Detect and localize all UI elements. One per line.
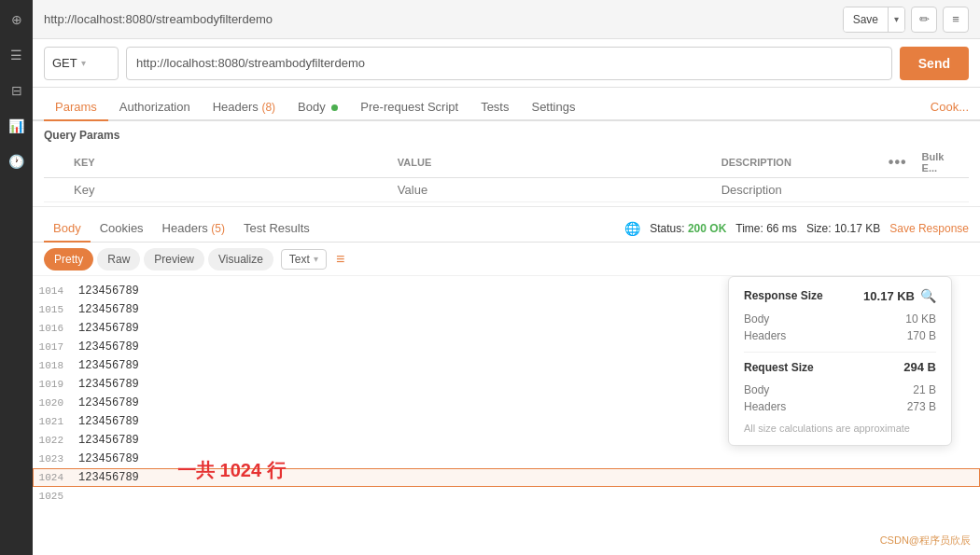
view-visualize-button[interactable]: Visualize [208, 248, 273, 271]
time-value: 66 ms [766, 222, 797, 235]
th-key: KEY [66, 147, 390, 178]
popup-req-body-value: 21 B [913, 383, 936, 396]
response-tab-cookies[interactable]: Cookies [91, 215, 153, 243]
line-number: 1024 [33, 472, 75, 483]
popup-req-body-label: Body [744, 383, 769, 396]
line-content: 123456789 [75, 284, 139, 298]
topbar-actions: Save ▾ ✏ ≡ [843, 7, 969, 33]
sidebar-icon-new[interactable]: ⊕ [7, 9, 27, 30]
line-content: 123456789 [75, 415, 139, 428]
line-number: 1020 [33, 397, 75, 409]
tab-pre-request-script[interactable]: Pre-request Script [349, 94, 469, 121]
key-input[interactable] [74, 183, 383, 197]
popup-body-row: Body 10 KB [744, 311, 936, 327]
popup-req-headers-value: 273 B [907, 400, 936, 413]
line-content: 123456789 [75, 359, 139, 372]
edit-icon: ✏ [919, 12, 930, 26]
url-input[interactable] [126, 47, 892, 80]
response-tab-headers[interactable]: Headers (5) [153, 215, 234, 243]
popup-request-size-title: Request Size 294 B [744, 360, 936, 374]
status-label: Status: 200 OK [650, 222, 726, 235]
line-number: 1017 [33, 341, 75, 353]
line-content: 123456789 [75, 340, 139, 354]
line-number: 1014 [33, 285, 75, 297]
view-raw-button[interactable]: Raw [97, 248, 140, 271]
response-tab-test-results[interactable]: Test Results [234, 215, 319, 243]
popup-search-icon[interactable]: 🔍 [920, 288, 936, 303]
globe-icon: 🌐 [624, 221, 640, 236]
tab-body[interactable]: Body [287, 94, 349, 121]
method-select[interactable]: GET ▾ [44, 47, 119, 80]
params-section: Query Params KEY VALUE DESCRIPTION ••• B… [33, 121, 980, 207]
line-number: 1015 [33, 304, 75, 315]
response-toolbar: Pretty Raw Preview Visualize Text ▾ ≡ [33, 243, 980, 276]
menu-button[interactable]: ≡ [943, 7, 969, 33]
response-body[interactable]: 1014123456789101512345678910161234567891… [33, 276, 980, 555]
wrap-button[interactable]: ≡ [336, 251, 344, 268]
save-response-button[interactable]: Save Response [889, 222, 969, 235]
menu-icon: ≡ [952, 12, 959, 26]
save-button-group: Save ▾ [843, 7, 905, 33]
request-tab-bar: Params Authorization Headers (8) Body Pr… [33, 88, 980, 121]
method-dropdown-icon: ▾ [81, 58, 86, 68]
tab-params[interactable]: Params [44, 94, 108, 121]
query-params-label: Query Params [44, 129, 969, 142]
description-input[interactable] [721, 183, 874, 197]
time-label: Time: 66 ms [735, 222, 797, 235]
value-input[interactable] [398, 183, 707, 197]
size-value: 10.17 KB [834, 222, 880, 235]
save-dropdown-arrow[interactable]: ▾ [888, 7, 904, 32]
send-button[interactable]: Send [900, 47, 969, 80]
line-content: 123456789 [75, 434, 139, 447]
page-title: http://localhost:8080/streambodyfilterde… [44, 12, 835, 26]
popup-response-size-title: Response Size 10.17 KB 🔍 [744, 288, 936, 303]
popup-body-label: Body [744, 312, 769, 326]
line-content: 123456789 [75, 471, 139, 484]
response-section: Body Cookies Headers (5) Test Results 🌐 … [33, 207, 980, 555]
popup-size-value: 10.17 KB [863, 289, 915, 303]
topbar: http://localhost:8080/streambodyfilterde… [33, 0, 980, 39]
response-tab-bar: Body Cookies Headers (5) Test Results 🌐 … [33, 207, 980, 243]
response-tab-body[interactable]: Body [44, 215, 91, 243]
method-label: GET [52, 56, 77, 70]
th-bulk-edit[interactable]: Bulk E... [915, 147, 969, 178]
size-label: Size: 10.17 KB [806, 222, 880, 235]
sidebar-icon-env[interactable]: ⊟ [7, 80, 27, 101]
sidebar-icon-collections[interactable]: ☰ [7, 45, 27, 65]
main-panel: http://localhost:8080/streambodyfilterde… [33, 0, 980, 555]
popup-body-value: 10 KB [905, 312, 936, 326]
line-number: 1018 [33, 360, 75, 371]
th-value: VALUE [390, 147, 714, 178]
sidebar-icon-history[interactable]: 🕐 [7, 151, 27, 172]
line-number: 1022 [33, 435, 75, 446]
line-number: 1016 [33, 323, 75, 334]
popup-req-headers-label: Headers [744, 400, 786, 413]
format-label: Text [289, 253, 310, 266]
popup-divider [744, 352, 936, 353]
view-preview-button[interactable]: Preview [144, 248, 204, 271]
request-bar: GET ▾ Send [33, 39, 980, 88]
status-value: 200 OK [688, 222, 726, 235]
view-pretty-button[interactable]: Pretty [44, 248, 93, 271]
cookies-link[interactable]: Cook... [931, 94, 969, 119]
response-status-bar: 🌐 Status: 200 OK Time: 66 ms Size: 10.17… [624, 221, 969, 242]
edit-button[interactable]: ✏ [911, 7, 937, 33]
th-more[interactable]: ••• [881, 147, 915, 178]
sidebar-icon-charts[interactable]: 📊 [7, 116, 27, 136]
line-content: 123456789 [75, 303, 139, 316]
th-description: DESCRIPTION [714, 147, 881, 178]
tab-headers[interactable]: Headers (8) [202, 94, 287, 121]
format-select[interactable]: Text ▾ [281, 249, 327, 270]
popup-headers-row: Headers 170 B [744, 327, 936, 344]
line-content: 123456789 [75, 396, 139, 409]
line-number: 1023 [33, 453, 75, 465]
th-check [44, 147, 66, 178]
line-content: 123456789 [75, 378, 139, 391]
popup-req-headers-row: Headers 273 B [744, 398, 936, 415]
line-number: 1025 [33, 491, 75, 502]
save-button[interactable]: Save [844, 7, 888, 32]
line-content: 123456789 [75, 452, 139, 465]
tab-settings[interactable]: Settings [520, 94, 586, 121]
tab-tests[interactable]: Tests [469, 94, 520, 121]
tab-authorization[interactable]: Authorization [108, 94, 202, 121]
